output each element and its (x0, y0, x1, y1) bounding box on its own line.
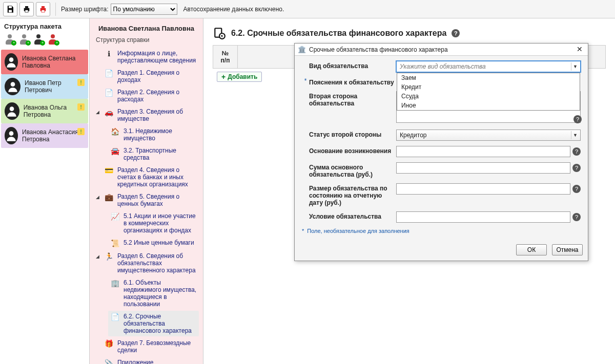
save-button[interactable] (3, 2, 17, 16)
tree-item[interactable]: ◢💼Раздел 5. Сведения о ценных бумагах (94, 191, 199, 209)
tree-child[interactable]: 📜5.2 Иные ценные бумаги (108, 237, 199, 249)
tree-child[interactable]: 🏠3.1. Недвижимое имущество (108, 125, 199, 144)
size-input[interactable] (396, 183, 570, 195)
person-name: Иванова Ольга Петровна (24, 104, 85, 118)
tree-child[interactable]: 📈5.1 Акции и иное участие в коммерческих… (108, 210, 199, 236)
dropdown-option[interactable]: Иное (397, 101, 580, 110)
tree-item-label: 3.2. Транспортные средства (124, 147, 197, 161)
svg-rect-3 (25, 6, 28, 8)
tree-child[interactable]: 🚘3.2. Транспортные средства (108, 145, 199, 163)
close-icon[interactable]: ✕ (575, 45, 585, 54)
cond-input[interactable] (396, 211, 570, 223)
warning-badge-icon (77, 79, 85, 86)
chevron-down-icon: ▼ (571, 62, 579, 71)
font-size-select[interactable]: По умолчанию (111, 4, 177, 15)
tree: ℹИнформация о лице, представляющем сведе… (92, 48, 201, 364)
dropdown-option[interactable]: Заем (397, 73, 580, 82)
person-row[interactable]: Иванова Светлана Павловна (1, 50, 88, 74)
tree-item-label: Раздел 3. Сведения об имуществе (117, 108, 197, 122)
tree-item-icon: 🚗 (104, 108, 113, 116)
help-icon[interactable]: ? (572, 213, 581, 221)
tree-item[interactable]: 📄Раздел 1. Сведения о доходах (94, 67, 199, 85)
expand-icon: ◢ (96, 252, 100, 261)
avatar-icon (5, 127, 18, 144)
tree-item[interactable]: ◢🚗Раздел 3. Сведения об имуществе (94, 106, 199, 124)
add-button[interactable]: +Добавить (217, 72, 262, 82)
expand-icon: ◢ (96, 108, 100, 116)
svg-rect-6 (42, 6, 45, 8)
tree-child[interactable]: 📄6.2. Срочные обязательства финансового … (108, 311, 199, 336)
section-icon (213, 27, 226, 40)
svg-point-10 (10, 106, 14, 111)
tree-item-icon: 📎 (104, 359, 113, 364)
add-person-dark-icon[interactable]: + (33, 34, 44, 45)
add-label: Добавить (228, 73, 257, 80)
floppy-icon (6, 5, 15, 14)
person-row[interactable]: Иванова Анастасия Петровна (1, 123, 88, 148)
help-icon[interactable]: ? (572, 147, 581, 156)
basis-input[interactable] (396, 146, 570, 157)
tree-item-label: Раздел 1. Сведения о доходах (117, 69, 197, 83)
person-type-icons: + + + + (1, 32, 88, 47)
label-kind: Вид обязательства (309, 61, 396, 70)
plus-icon: + (221, 74, 225, 80)
tree-item-icon: 💳 (104, 166, 113, 175)
tree-item-label: Раздел 4. Сведения о счетах в банках и и… (117, 166, 197, 188)
dropdown-option[interactable]: Кредит (397, 82, 580, 92)
tree-item[interactable]: 💳Раздел 4. Сведения о счетах в банках и … (94, 164, 199, 190)
expand-icon: ◢ (96, 193, 100, 201)
person-name: Иванова Светлана Павловна (22, 55, 85, 69)
tree-item[interactable]: 🎁Раздел 7. Безвозмездные сделки (94, 337, 199, 356)
tree-item-label: Информация о лице, представляющем сведен… (117, 50, 197, 64)
tree-item-label: 5.2 Иные ценные бумаги (124, 239, 197, 246)
tree-item[interactable]: ◢🏃Раздел 6. Сведения об обязательствах и… (94, 250, 199, 276)
add-person-red-icon[interactable]: + (47, 34, 58, 45)
tree-item-label: 6.1. Объекты недвижимого имущества, нахо… (124, 279, 197, 308)
reference-structure-panel: Иванова Светлана Павловна Структура спра… (90, 18, 203, 364)
person-row[interactable]: Иванова Ольга Петровна (1, 99, 88, 123)
cancel-button[interactable]: Отмена (552, 244, 583, 255)
app-icon: 🏛️ (298, 46, 306, 53)
tree-item[interactable]: 📄Раздел 2. Сведения о расходах (94, 87, 199, 105)
tree-item-icon: 📜 (110, 239, 119, 247)
printer-icon (22, 5, 31, 14)
obligation-kind-combobox[interactable]: Укажите вид обязательства ▼ Заем Кредит … (396, 61, 581, 72)
label-party: Вторая сторона обязательства (309, 91, 396, 107)
person-name: Иванова Анастасия Петровна (22, 129, 85, 143)
svg-rect-0 (9, 6, 12, 8)
tree-child[interactable]: 🏢6.1. Объекты недвижимого имущества, нах… (108, 277, 199, 310)
help-icon[interactable]: ? (572, 164, 581, 172)
svg-rect-4 (25, 10, 28, 12)
tree-item-label: Раздел 2. Сведения о расходах (117, 89, 197, 103)
tree-item-icon: 🏠 (110, 127, 119, 136)
sum-input[interactable] (396, 162, 570, 174)
help-icon[interactable]: ? (572, 185, 581, 193)
dropdown-option[interactable]: Ссуда (397, 92, 580, 101)
help-icon[interactable]: ? (573, 115, 582, 123)
help-icon[interactable]: ? (452, 29, 460, 37)
status-combobox[interactable]: Кредитор ▼ (396, 130, 581, 141)
print-button[interactable] (19, 2, 34, 16)
person-row[interactable]: Иванов Петр Петрович (1, 74, 88, 99)
add-person-gray2-icon[interactable]: + (18, 34, 30, 45)
tree-item-label: 3.1. Недвижимое имущество (124, 127, 197, 142)
ok-button[interactable]: ОК (516, 244, 547, 255)
tree-item-icon: 🏃 (104, 252, 113, 261)
tree-item[interactable]: 📎Приложение (94, 357, 199, 364)
tree-item[interactable]: ℹИнформация о лице, представляющем сведе… (94, 48, 199, 66)
tree-item-label: Раздел 5. Сведения о ценных бумагах (117, 193, 197, 207)
label-basis: Основание возникновения (309, 146, 396, 155)
add-person-gray-icon[interactable]: + (4, 34, 15, 45)
tree-item-icon: 💼 (104, 193, 113, 201)
tree-item-icon: 🚘 (110, 147, 119, 155)
content-title: 6.2. Срочные обязательства финансового х… (231, 29, 446, 38)
col-number: № п/п (213, 46, 238, 68)
avatar-icon (5, 78, 20, 95)
tree-subtitle: Структура справки (92, 35, 201, 48)
font-size-label: Размер шрифта: (61, 6, 109, 13)
print-red-button[interactable] (36, 2, 50, 16)
tree-item-icon: 📈 (110, 212, 119, 221)
autosave-label: Автосохранение данных включено. (183, 6, 284, 13)
dialog-titlebar[interactable]: 🏛️ Срочные обязательства финансового хар… (295, 44, 588, 56)
tree-item-icon: ℹ (104, 50, 113, 58)
